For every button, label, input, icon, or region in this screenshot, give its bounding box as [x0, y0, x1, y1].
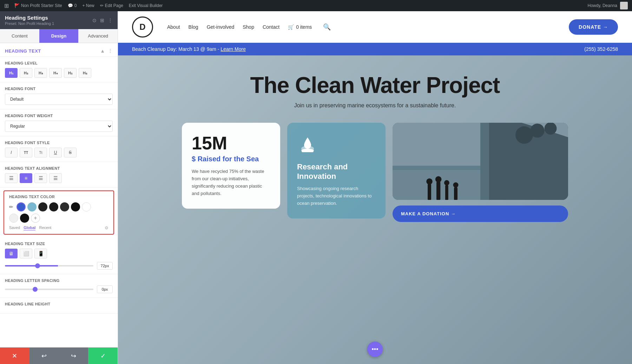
heading-font-select[interactable]: Default: [5, 94, 113, 105]
collapse-icon[interactable]: ▲: [100, 48, 105, 54]
color-swatch-light[interactable]: [9, 214, 18, 223]
edit-page-link[interactable]: ✏ Edit Page: [100, 3, 123, 8]
heading-line-height-label: Heading Line Height: [5, 302, 113, 306]
panel-layout-icon[interactable]: ⊞: [100, 18, 104, 23]
nav-shop[interactable]: Shop: [243, 24, 254, 30]
strikethrough-btn[interactable]: S: [64, 148, 77, 157]
announcement-phone: (255) 352-6258: [584, 46, 618, 52]
uppercase-btn[interactable]: TT: [20, 148, 32, 157]
nav-search-icon[interactable]: 🔍: [323, 23, 331, 31]
heading-font-style-label: Heading Font Style: [5, 141, 113, 145]
nav-about[interactable]: About: [167, 24, 180, 30]
heading-h6-btn[interactable]: H₆: [79, 68, 91, 78]
heading-font-style-group: Heading Font Style I TT Tt U S: [0, 136, 118, 162]
cancel-button[interactable]: ✕: [0, 348, 29, 364]
heading-font-weight-select[interactable]: Regular: [5, 121, 113, 132]
align-justify-btn[interactable]: ☰: [49, 173, 62, 183]
color-swatch-dark1[interactable]: [38, 202, 47, 211]
user-avatar: [620, 2, 628, 9]
nav-get-involved[interactable]: Get-involved: [207, 24, 235, 30]
panel-tabs: Content Design Advanced: [0, 29, 118, 43]
style-buttons: I TT Tt U S: [5, 148, 113, 157]
comments-link[interactable]: 💬 0: [68, 3, 77, 8]
new-link[interactable]: + New: [82, 3, 94, 8]
heading-text-size-label: Heading Text Size: [5, 242, 113, 246]
color-tab-global[interactable]: Global: [24, 225, 35, 230]
tab-design[interactable]: Design: [39, 29, 79, 43]
website-preview: D About Blog Get-involved Shop Contact 🛒…: [118, 11, 632, 364]
card-stat-label: $ Raised for the Sea: [192, 155, 270, 163]
donate-button[interactable]: DONATE →: [569, 19, 618, 35]
panel-header: Heading Settings Preset: Non Profit Head…: [0, 11, 118, 29]
align-center-btn[interactable]: ≡: [20, 173, 32, 183]
tab-content[interactable]: Content: [0, 29, 39, 43]
letter-spacing-slider[interactable]: [5, 289, 93, 290]
color-settings-icon[interactable]: ⚙: [105, 225, 108, 230]
heading-h3-btn[interactable]: H₃: [34, 68, 47, 78]
color-swatch-near-black[interactable]: [20, 214, 29, 223]
heading-h1-btn[interactable]: H₁: [5, 68, 18, 78]
panel-search-icon[interactable]: ⊙: [92, 18, 97, 23]
color-tab-saved[interactable]: Saved: [9, 225, 20, 230]
color-add-button[interactable]: +: [31, 214, 40, 223]
heading-alignment-label: Heading Text Alignment: [5, 166, 113, 170]
heading-h5-btn[interactable]: H₅: [64, 68, 77, 78]
color-swatches-row1: ✏: [9, 202, 108, 211]
make-donation-button[interactable]: MAKE A DONATION →: [393, 205, 568, 222]
main-layout: Heading Settings Preset: Non Profit Head…: [0, 11, 632, 364]
heading-h2-btn[interactable]: H₂: [20, 68, 32, 78]
site-name-link[interactable]: 🚩 Non Profit Starter Site: [14, 3, 62, 8]
section-header-icons: ▲ ⋮: [100, 48, 113, 54]
fab-button[interactable]: •••: [367, 342, 383, 357]
underline-btn[interactable]: U: [49, 148, 62, 157]
svg-point-12: [444, 180, 449, 186]
capitalize-btn[interactable]: Tt: [34, 148, 47, 157]
color-swatch-lightblue[interactable]: [27, 202, 37, 211]
wp-logo-icon[interactable]: ⊞: [4, 2, 9, 9]
nav-contact[interactable]: Contact: [263, 24, 279, 30]
left-panel: Heading Settings Preset: Non Profit Head…: [0, 11, 118, 364]
announcement-text: Beach Cleanup Day: March 13 @ 9am - Lear…: [132, 46, 246, 52]
panel-menu-icon[interactable]: ⋮: [108, 18, 113, 23]
nav-cart[interactable]: 🛒 0 items: [288, 24, 312, 30]
heading-level-label: Heading Level: [5, 61, 113, 65]
color-swatch-blue[interactable]: [17, 202, 26, 211]
card-white: 15M $ Raised for the Sea We have recycle…: [182, 123, 280, 208]
announcement-link[interactable]: Learn More: [220, 46, 246, 52]
heading-size-slider[interactable]: [5, 265, 93, 267]
device-mobile-btn[interactable]: 📱: [34, 249, 47, 258]
nav-blog[interactable]: Blog: [189, 24, 198, 30]
device-tablet-btn[interactable]: ⬜: [20, 249, 32, 258]
section-menu-icon[interactable]: ⋮: [108, 48, 113, 54]
water-drop-icon: [297, 134, 376, 158]
heading-font-weight-label: Heading Font Weight: [5, 114, 113, 118]
letter-spacing-input[interactable]: [97, 285, 113, 293]
color-tab-recent[interactable]: Recent: [39, 225, 51, 230]
card-stat: 15M: [192, 134, 270, 152]
site-nav: D About Blog Get-involved Shop Contact 🛒…: [118, 11, 632, 43]
align-left-btn[interactable]: ☰: [5, 173, 18, 183]
heading-size-input[interactable]: [97, 262, 113, 270]
size-slider-row: [5, 262, 113, 270]
align-right-btn[interactable]: ☰: [34, 173, 47, 183]
letter-spacing-slider-row: [5, 285, 113, 293]
card-teal: Research and Innovation Showcasing ongoi…: [287, 123, 386, 218]
italic-btn[interactable]: I: [5, 148, 18, 157]
exit-builder-link[interactable]: Exit Visual Builder: [129, 3, 163, 8]
color-edit-icon[interactable]: ✏: [9, 204, 13, 210]
heading-level-group: Heading Level H₁ H₂ H₃ H₄ H₅ H₆: [0, 57, 118, 82]
color-swatch-dark2[interactable]: [49, 202, 58, 211]
howdy-label: Howdy, Deanna: [588, 3, 618, 8]
tab-advanced[interactable]: Advanced: [78, 29, 118, 43]
undo-button[interactable]: ↩: [29, 348, 59, 364]
redo-button[interactable]: ↪: [59, 348, 88, 364]
color-swatch-dark4[interactable]: [71, 202, 80, 211]
heading-text-size-group: Heading Text Size 🖥 ⬜ 📱: [0, 237, 118, 274]
card-teal-text: Showcasing ongoing research projects, te…: [297, 185, 376, 207]
save-button[interactable]: ✓: [88, 348, 118, 364]
color-swatch-dark3[interactable]: [60, 202, 69, 211]
device-desktop-btn[interactable]: 🖥: [5, 249, 18, 258]
admin-bar-right: Howdy, Deanna: [588, 2, 628, 9]
color-swatch-white[interactable]: [82, 202, 91, 211]
heading-h4-btn[interactable]: H₄: [49, 68, 62, 78]
